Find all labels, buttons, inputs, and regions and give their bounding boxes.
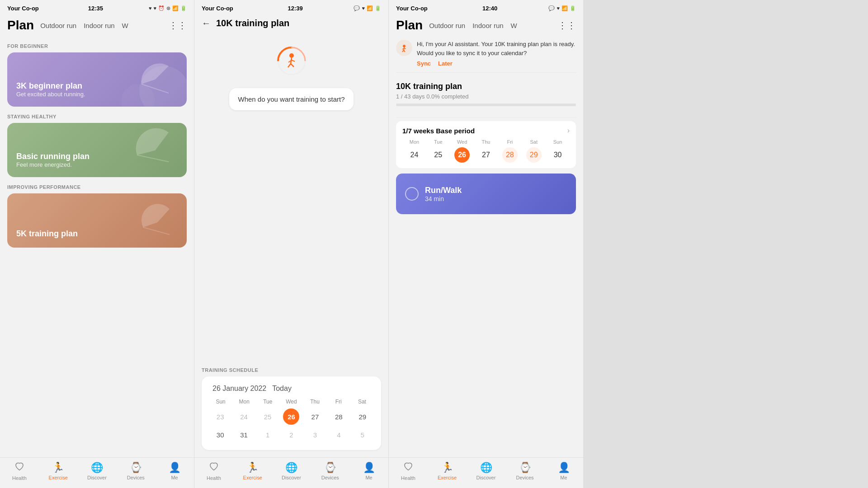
- nav-devices-2[interactable]: ⌚ Devices: [311, 462, 349, 480]
- workout-info: Run/Walk 34 min: [425, 186, 462, 202]
- nav-exercise-label-2: Exercise: [243, 475, 262, 480]
- divider-1: [396, 72, 576, 73]
- cal-26-today[interactable]: 26: [283, 408, 299, 425]
- signal-icon: 📶: [172, 5, 179, 11]
- svg-line-5: [288, 64, 291, 67]
- nav-devices-1[interactable]: ⌚ Devices: [116, 462, 155, 480]
- calendar-card: 26 January 2022 Today Sun Mon Tue Wed Th…: [202, 376, 381, 450]
- status-bar-3: Your Co-op 12:40 💬 ♥ 📶 🔋: [389, 0, 583, 14]
- nav-discover-3[interactable]: 🌐 Discover: [467, 462, 505, 480]
- content-1: FOR BEGINNER 3K beginner plan Get excite…: [0, 34, 194, 457]
- exercise-icon-1: 🏃: [52, 462, 64, 474]
- nav-health-1[interactable]: Health: [0, 461, 39, 481]
- exercise-icon-2: 🏃: [246, 462, 259, 474]
- performance-card-title: 5K training plan: [16, 229, 178, 239]
- status-icons-1: ♥ ♥ ⏰ ⊛ 📶 🔋: [149, 5, 187, 11]
- tab-indoor-run-1[interactable]: Indoor run: [82, 21, 116, 30]
- chat-bubble: When do you want training to start?: [229, 88, 354, 110]
- nav-discover-label-3: Discover: [476, 475, 496, 480]
- nav-discover-1[interactable]: 🌐 Discover: [78, 462, 117, 480]
- devices-icon-1: ⌚: [130, 462, 142, 474]
- workout-card[interactable]: Run/Walk 34 min: [396, 174, 576, 214]
- week-days-header: Mon Tue Wed Thu Fri Sat Sun: [402, 139, 570, 145]
- nav-discover-label-2: Discover: [282, 475, 301, 480]
- wdate-26-today[interactable]: 26: [454, 147, 470, 163]
- plan-card-beginner[interactable]: 3K beginner plan Get excited about runni…: [7, 52, 187, 107]
- cal-23[interactable]: 23: [212, 408, 228, 425]
- cal-1[interactable]: 1: [259, 427, 276, 443]
- nav-discover-2[interactable]: 🌐 Discover: [272, 462, 311, 480]
- status-icons-2: 💬 ♥ 📶 🔋: [354, 5, 381, 11]
- wday-sat: Sat: [522, 139, 546, 145]
- cal-27[interactable]: 27: [307, 408, 323, 425]
- bluetooth-icon: ⊛: [166, 5, 170, 11]
- cal-30[interactable]: 30: [212, 427, 228, 443]
- nav-exercise-3[interactable]: 🏃 Exercise: [428, 462, 467, 480]
- svg-point-3: [289, 53, 294, 58]
- more-icon-1[interactable]: ⋮⋮: [169, 20, 187, 31]
- nav-exercise-2[interactable]: 🏃 Exercise: [233, 462, 272, 480]
- healthy-card-subtitle: Feel more energized.: [16, 161, 178, 168]
- wdate-29[interactable]: 29: [526, 147, 542, 163]
- nav-me-2[interactable]: 👤 Me: [349, 462, 388, 480]
- time-3: 12:40: [482, 5, 497, 12]
- status-icons-3: 💬 ♥ 📶 🔋: [548, 5, 576, 11]
- cal-25[interactable]: 25: [259, 408, 276, 425]
- ai-later-btn[interactable]: Later: [438, 60, 453, 67]
- chat-bubble-text: When do you want training to start?: [238, 95, 345, 103]
- time-1: 12:35: [88, 5, 103, 12]
- workout-name: Run/Walk: [425, 186, 462, 195]
- nav-exercise-label-1: Exercise: [49, 475, 68, 480]
- wdate-30[interactable]: 30: [550, 147, 566, 163]
- weeks-header: 1/7 weeks Base period ›: [402, 127, 570, 135]
- more-icon-3[interactable]: ⋮⋮: [558, 20, 576, 31]
- cal-3[interactable]: 3: [307, 427, 323, 443]
- section-label-beginner: FOR BEGINNER: [7, 43, 187, 49]
- back-icon[interactable]: ←: [202, 18, 211, 28]
- discover-icon-3: 🌐: [480, 462, 492, 474]
- plan-card-healthy[interactable]: Basic running plan Feel more energized.: [7, 123, 187, 177]
- nav-exercise-1[interactable]: 🏃 Exercise: [39, 462, 78, 480]
- plan-info-section: 10K training plan 1 / 43 days 0.0% compl…: [389, 76, 583, 117]
- svg-line-8: [292, 60, 295, 61]
- wdate-27[interactable]: 27: [478, 147, 494, 163]
- status-bar-1: Your Co-op 12:35 ♥ ♥ ⏰ ⊛ 📶 🔋: [0, 0, 194, 14]
- exercise-icon-3: 🏃: [441, 462, 453, 474]
- cal-2[interactable]: 2: [283, 427, 299, 443]
- weeks-chevron-icon[interactable]: ›: [567, 127, 570, 135]
- nav-me-1[interactable]: 👤 Me: [155, 462, 194, 480]
- cal-29[interactable]: 29: [354, 408, 371, 425]
- tab-w-1[interactable]: W: [120, 21, 130, 30]
- battery-icon: 🔋: [180, 5, 187, 11]
- cal-5[interactable]: 5: [354, 427, 371, 443]
- tab-indoor-run-3[interactable]: Indoor run: [471, 21, 505, 30]
- status-bar-2: Your Co-op 12:39 💬 ♥ 📶 🔋: [194, 0, 388, 14]
- tab-w-3[interactable]: W: [509, 21, 519, 30]
- heart-icon-2: ♥: [153, 5, 156, 11]
- nav-health-3[interactable]: Health: [389, 461, 428, 481]
- tab-outdoor-run-3[interactable]: Outdoor run: [427, 21, 467, 30]
- plan-card-performance[interactable]: 5K training plan: [7, 193, 187, 248]
- wdate-24[interactable]: 24: [406, 147, 422, 163]
- cal-4[interactable]: 4: [330, 427, 347, 443]
- workout-icon: [405, 187, 419, 201]
- nav-health-2[interactable]: Health: [194, 461, 233, 481]
- cal-28[interactable]: 28: [330, 408, 347, 425]
- cal-24[interactable]: 24: [236, 408, 252, 425]
- cal-31[interactable]: 31: [236, 427, 252, 443]
- nav-devices-3[interactable]: ⌚ Devices: [505, 462, 544, 480]
- section-label-healthy: STAYING HEALTHY: [7, 114, 187, 119]
- cal-days-header: Sun Mon Tue Wed Thu Fri Sat: [209, 399, 374, 405]
- health-icon-3: [403, 461, 413, 474]
- chat-icon-3: 💬: [548, 5, 555, 11]
- wdate-28[interactable]: 28: [502, 147, 518, 163]
- wdate-25[interactable]: 25: [430, 147, 446, 163]
- nav-me-3[interactable]: 👤 Me: [544, 462, 583, 480]
- day-mon: Mon: [232, 399, 256, 405]
- ai-sync-btn[interactable]: Sync: [417, 60, 431, 67]
- calendar-header: 26 January 2022 Today: [209, 384, 374, 393]
- tab-outdoor-run-1[interactable]: Outdoor run: [38, 21, 78, 30]
- plan-title-1: Plan: [7, 18, 34, 33]
- calendar-today: Today: [272, 385, 292, 392]
- screen1: Your Co-op 12:35 ♥ ♥ ⏰ ⊛ 📶 🔋 Plan Outdoo…: [0, 0, 194, 488]
